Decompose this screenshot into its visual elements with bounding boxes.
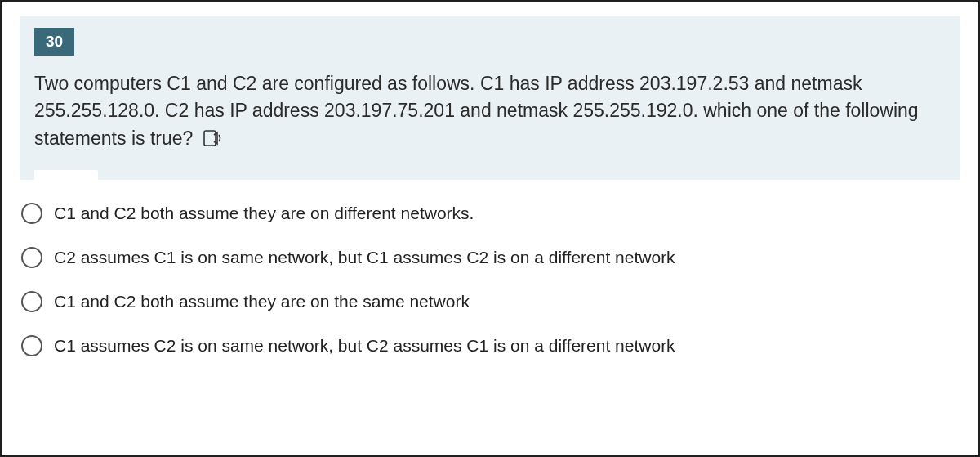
svg-rect-0 [204, 131, 216, 146]
question-card: 30 Two computers C1 and C2 are configure… [20, 16, 960, 180]
option-row[interactable]: C1 assumes C2 is on same network, but C2… [21, 335, 959, 356]
option-label: C2 assumes C1 is on same network, but C1… [54, 248, 675, 267]
option-row[interactable]: C1 and C2 both assume they are on the sa… [21, 291, 959, 312]
question-frame: 30 Two computers C1 and C2 are configure… [0, 0, 980, 457]
redaction-block [34, 170, 98, 188]
option-label: C1 and C2 both assume they are on differ… [54, 204, 474, 223]
radio-unchecked-icon[interactable] [21, 291, 42, 312]
radio-unchecked-icon[interactable] [21, 247, 42, 268]
radio-unchecked-icon[interactable] [21, 203, 42, 224]
question-number-badge: 30 [34, 28, 74, 56]
question-text: Two computers C1 and C2 are configured a… [34, 73, 919, 149]
radio-unchecked-icon[interactable] [21, 335, 42, 356]
option-label: C1 assumes C2 is on same network, but C2… [54, 336, 675, 356]
read-aloud-icon[interactable] [203, 130, 223, 146]
question-text-container: Two computers C1 and C2 are configured a… [34, 70, 946, 152]
option-row[interactable]: C1 and C2 both assume they are on differ… [21, 203, 959, 224]
option-row[interactable]: C2 assumes C1 is on same network, but C1… [21, 247, 959, 268]
option-label: C1 and C2 both assume they are on the sa… [54, 292, 470, 311]
options-list: C1 and C2 both assume they are on differ… [20, 203, 960, 356]
